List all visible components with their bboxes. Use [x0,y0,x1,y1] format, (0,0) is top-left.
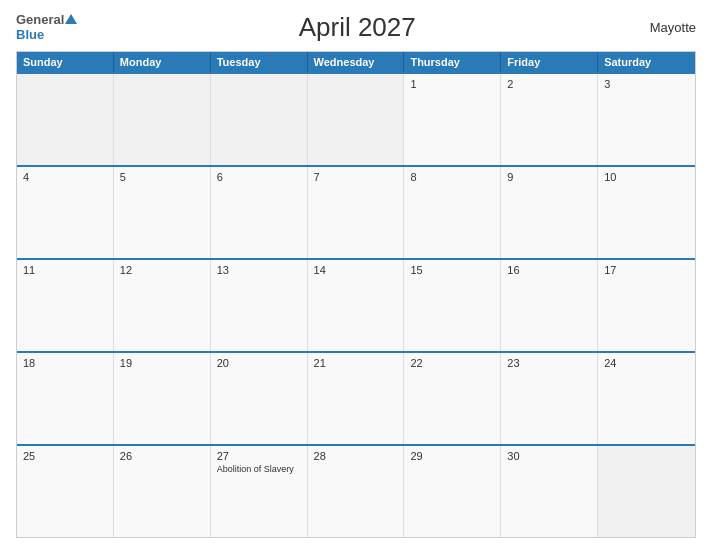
cal-cell-r1-sun [17,74,114,165]
calendar-row-4: 18 19 20 21 22 23 24 [17,351,695,444]
cal-cell-apr22: 22 [404,353,501,444]
cal-cell-apr23: 23 [501,353,598,444]
cal-cell-apr17: 17 [598,260,695,351]
cal-cell-apr15: 15 [404,260,501,351]
cal-cell-apr5: 5 [114,167,211,258]
cal-cell-apr9: 9 [501,167,598,258]
calendar-header: Sunday Monday Tuesday Wednesday Thursday… [17,52,695,72]
cal-cell-apr10: 10 [598,167,695,258]
calendar-grid: Sunday Monday Tuesday Wednesday Thursday… [16,51,696,538]
cal-cell-apr4: 4 [17,167,114,258]
cal-cell-apr3: 3 [598,74,695,165]
cal-cell-apr20: 20 [211,353,308,444]
calendar-page: General Blue April 2027 Mayotte Sunday M… [0,0,712,550]
cal-cell-apr25: 25 [17,446,114,537]
cal-cell-r1-mon [114,74,211,165]
logo-blue-text: Blue [16,27,44,42]
calendar-row-2: 4 5 6 7 8 9 10 [17,165,695,258]
weekday-thursday: Thursday [404,52,501,72]
logo-general-text: General [16,13,64,26]
cal-cell-apr30: 30 [501,446,598,537]
cal-cell-r1-tue [211,74,308,165]
cal-cell-apr19: 19 [114,353,211,444]
region-label: Mayotte [636,20,696,35]
logo-triangle-icon [65,14,77,24]
cal-cell-apr1: 1 [404,74,501,165]
cal-cell-r1-wed [308,74,405,165]
abolition-of-slavery-event: Abolition of Slavery [217,464,301,474]
cal-cell-apr2: 2 [501,74,598,165]
weekday-friday: Friday [501,52,598,72]
weekday-monday: Monday [114,52,211,72]
cal-cell-apr13: 13 [211,260,308,351]
cal-cell-apr14: 14 [308,260,405,351]
calendar-row-5: 25 26 27 Abolition of Slavery 28 29 30 [17,444,695,537]
cal-cell-apr29: 29 [404,446,501,537]
page-title: April 2027 [78,12,636,43]
page-header: General Blue April 2027 Mayotte [16,12,696,43]
weekday-tuesday: Tuesday [211,52,308,72]
cal-cell-apr21: 21 [308,353,405,444]
cal-cell-apr18: 18 [17,353,114,444]
logo: General Blue [16,13,78,42]
weekday-wednesday: Wednesday [308,52,405,72]
weekday-saturday: Saturday [598,52,695,72]
cal-cell-apr16: 16 [501,260,598,351]
cal-cell-apr26: 26 [114,446,211,537]
cal-cell-apr27: 27 Abolition of Slavery [211,446,308,537]
calendar-row-1: 1 2 3 [17,72,695,165]
cal-cell-apr24: 24 [598,353,695,444]
cal-cell-r5-sat [598,446,695,537]
calendar-row-3: 11 12 13 14 15 16 17 [17,258,695,351]
calendar-body: 1 2 3 4 5 6 7 8 9 10 11 12 13 14 15 16 [17,72,695,537]
cal-cell-apr12: 12 [114,260,211,351]
cal-cell-apr8: 8 [404,167,501,258]
cal-cell-apr6: 6 [211,167,308,258]
cal-cell-apr11: 11 [17,260,114,351]
cal-cell-apr28: 28 [308,446,405,537]
cal-cell-apr7: 7 [308,167,405,258]
weekday-sunday: Sunday [17,52,114,72]
